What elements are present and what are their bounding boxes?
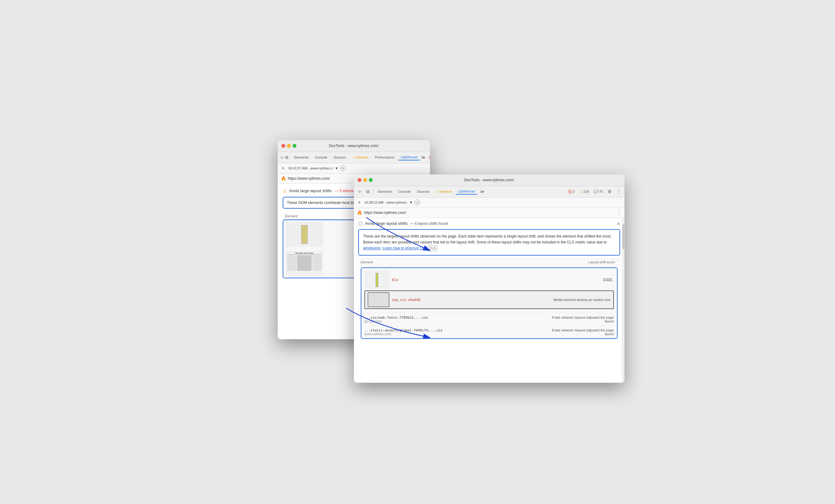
layers-icon-front[interactable]: ⧉ — [365, 188, 371, 195]
tab-console-front[interactable]: Console — [395, 189, 413, 194]
warning-badge-front: ⚠ 219 — [578, 189, 591, 194]
tab-performance-back[interactable]: Performance — [372, 154, 397, 160]
windowing-link[interactable]: windowing — [363, 246, 381, 250]
addressbar-back: + 10:41:57 AM - www.nytimes.c ▼ ⊘ — [278, 163, 430, 174]
learn-cls-link[interactable]: Learn how to improve CLS — [383, 246, 427, 250]
expand-icon-front[interactable]: ∧ — [617, 221, 620, 226]
tab-network-back[interactable]: Network — [350, 154, 371, 160]
stop-icon-back[interactable]: ⊘ — [340, 165, 346, 171]
new-tab-button-back[interactable]: + — [280, 165, 286, 171]
minimize-button-back[interactable] — [287, 144, 291, 148]
table-row: ...css/web-fonts.7705b21....css (g1.nyt.… — [361, 313, 617, 326]
warning-icon-front: ⚠ — [580, 190, 583, 194]
new-tab-button-front[interactable]: + — [357, 200, 363, 205]
data-table-front: Element Layout shift score div — [358, 259, 620, 339]
traffic-lights-front — [358, 178, 372, 182]
tab-console-back[interactable]: Console — [312, 154, 330, 160]
tab-elements-front[interactable]: Elements — [375, 189, 395, 194]
cls-badge: CLS — [428, 245, 437, 252]
badges-front: 🚫 3 ⚠ 219 💬 75 ⚙ ⋮ — [566, 188, 622, 195]
network-url-cell-1: ...css/web-fonts.7705b21....css (g1.nyt.… — [365, 316, 428, 323]
thumbnail-1-back — [286, 222, 323, 247]
close-button-front[interactable] — [358, 178, 361, 182]
session-dropdown-back[interactable]: ▼ — [335, 166, 338, 170]
network-url-cell-2: ...static-assets/global-f449cfd....css (… — [365, 328, 443, 336]
more-tabs-icon-back[interactable]: ≫ — [421, 154, 426, 161]
titlebar-title-front: DevTools - www.nytimes.com/ — [464, 178, 514, 182]
element-name-1: div — [392, 278, 399, 282]
newspaper-header-back: The New York Times — [287, 252, 322, 255]
network-domain-2: (www.nytimes.com) — [365, 332, 443, 336]
titlebar-title-back: DevTools - www.nytimes.com/ — [329, 144, 379, 148]
sub-element-row: img.css-o9w048 Media element lacking an … — [365, 290, 614, 309]
thumbnail-2-back: The New York Times — [286, 251, 323, 276]
cursor-icon-back[interactable]: ⊹ — [280, 154, 284, 161]
url-more-front[interactable]: ⋮ — [616, 210, 622, 216]
network-desc-1: A late network request adjusted the page… — [546, 316, 614, 323]
error-badge-front: 🚫 3 — [566, 189, 576, 194]
message-badge-front: 💬 75 — [592, 189, 604, 194]
element-row-header: div 0.021 — [365, 271, 614, 289]
audit-circle-front — [358, 222, 363, 226]
close-button-back[interactable] — [282, 144, 285, 148]
traffic-lights-back — [282, 144, 297, 148]
data-table-body-front: div 0.021 img.css-o9w048 Media element l… — [361, 267, 618, 339]
tab-network-front[interactable]: Network — [433, 189, 454, 194]
maximize-button-back[interactable] — [293, 144, 297, 148]
addressbar-front: + 10:39:13 AM - www.nytimes. ▼ ⊘ — [354, 197, 625, 208]
urlbar-front: 🔥 https://www.nytimes.com/ ⋮ — [354, 208, 625, 218]
flame-icon-back: 🔥 — [281, 176, 286, 181]
score-col-header: Layout shift score — [574, 260, 618, 264]
flame-icon-front: 🔥 — [357, 210, 362, 215]
scrollbar-front[interactable] — [622, 218, 625, 383]
cursor-icon-front[interactable]: ⊹ — [357, 188, 363, 195]
error-badge-back: 🚫 1 — [427, 155, 430, 160]
element-score-1: 0.021 — [603, 278, 614, 282]
network-url-2: ...static-assets/global-f449cfd....css — [365, 328, 443, 332]
tab-lighthouse-front[interactable]: Lighthouse — [455, 188, 477, 195]
news-col-2 — [312, 255, 322, 271]
tab-sources-front[interactable]: Sources — [414, 189, 432, 194]
sub-element-name: img.css-o9w048 — [392, 298, 421, 302]
news-img — [297, 255, 311, 271]
tab-elements-back[interactable]: Elements — [292, 154, 311, 160]
url-text-back: https://www.nytimes.com/ — [288, 176, 330, 181]
more-tabs-icon-front[interactable]: ≫ — [478, 188, 486, 195]
newspaper-body-back — [287, 255, 322, 271]
audit-title-front: Avoid large layout shifts — [365, 221, 408, 226]
timestamp-front: 10:39:13 AM - www.nytimes. — [365, 201, 408, 204]
network-url-1: ...css/web-fonts.7705b21....css — [365, 316, 428, 320]
ad-bar-back — [301, 225, 308, 244]
audit-row-front: Avoid large layout shifts — 6 layout shi… — [358, 221, 620, 226]
network-domain-1: (g1.nyt.com) — [365, 320, 428, 323]
audit-content-front: Avoid large layout shifts — 6 layout shi… — [354, 218, 625, 344]
media-cause: Media element lacking an explicit size — [553, 298, 610, 301]
layers-icon-back[interactable]: ⧉ — [285, 154, 288, 161]
titlebar-front: DevTools - www.nytimes.com/ — [354, 174, 625, 186]
tab-sources-back[interactable]: Sources — [331, 154, 349, 160]
description-box-front: These are the largest layout shifts obse… — [358, 229, 620, 256]
news-col-1 — [287, 255, 297, 271]
element-col-header: Element — [361, 260, 574, 264]
settings-icon-front[interactable]: ⚙ — [606, 188, 613, 195]
bar-inner-1 — [376, 273, 378, 287]
titlebar-back: DevTools - www.nytimes.com/ — [278, 140, 430, 152]
stop-icon-front[interactable]: ⊘ — [414, 200, 420, 205]
minimize-button-front[interactable] — [363, 178, 367, 182]
tab-lighthouse-back[interactable]: Lighthouse — [398, 154, 420, 161]
message-icon-front: 💬 — [594, 190, 598, 194]
element-thumbnail-1 — [365, 271, 389, 289]
session-dropdown-front[interactable]: ▼ — [409, 201, 413, 204]
error-icon-front: 🚫 — [568, 190, 572, 194]
toolbar-front: ⊹ ⧉ Elements Console Sources Network Lig… — [354, 186, 625, 197]
element-col-label-back: Element — [285, 214, 298, 218]
desc-text-1: These are the largest layout shifts obse… — [363, 234, 612, 245]
url-text-front: https://www.nytimes.com/ — [364, 210, 406, 215]
error-icon-back: 🚫 — [429, 155, 430, 160]
audit-title-back: Avoid large layout shifts — [289, 188, 332, 193]
audit-subtitle-front: — 6 layout shifts found — [410, 222, 448, 226]
scrollbar-thumb[interactable] — [623, 224, 624, 249]
maximize-button-front[interactable] — [369, 178, 372, 182]
table-header-front: Element Layout shift score — [358, 259, 620, 266]
kebab-icon-front[interactable]: ⋮ — [615, 188, 622, 195]
